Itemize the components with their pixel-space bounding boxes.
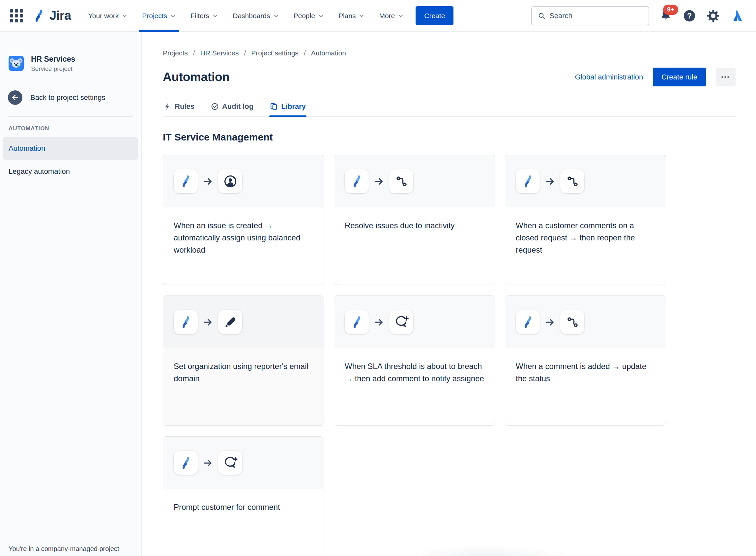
- main-content: Projects / HR Services / Project setting…: [142, 32, 756, 556]
- more-actions-button[interactable]: •••: [716, 68, 735, 86]
- template-card-prompt-customer[interactable]: Prompt customer for comment: [163, 436, 324, 556]
- nav-item-filters[interactable]: Filters: [183, 0, 225, 32]
- template-card-comment-update-status[interactable]: When a comment is added → update the sta…: [505, 296, 666, 426]
- notification-count-badge: 9+: [663, 5, 678, 15]
- help-button[interactable]: [682, 8, 697, 23]
- page-actions: Global administration Create rule •••: [575, 68, 735, 86]
- breadcrumb-project-settings[interactable]: Project settings: [251, 49, 299, 57]
- automation-bolt-icon: [174, 310, 198, 334]
- card-icon-area: [163, 437, 324, 489]
- page-title: Automation: [163, 70, 230, 84]
- library-section-title: IT Service Management: [163, 132, 735, 143]
- breadcrumb-projects[interactable]: Projects: [163, 49, 188, 57]
- arrow-right-icon: [374, 176, 384, 186]
- search-icon: [538, 11, 545, 20]
- automation-tabs: Rules Audit log Library: [163, 102, 735, 117]
- automation-bolt-icon: [516, 310, 540, 334]
- arrow-right-icon: [374, 317, 384, 327]
- card-title: When a comment is added → update the sta…: [516, 360, 655, 384]
- arrow-right-icon: [545, 176, 555, 186]
- arrow-right-icon: [203, 176, 213, 186]
- sidebar-item-automation[interactable]: Automation: [3, 137, 138, 160]
- breadcrumb: Projects / HR Services / Project setting…: [163, 49, 735, 57]
- nav-item-people[interactable]: People: [287, 0, 331, 32]
- card-icon-area: [505, 155, 666, 207]
- breadcrumb-hr-services[interactable]: HR Services: [200, 49, 239, 57]
- lightning-icon: [163, 103, 172, 110]
- gear-icon: [707, 9, 720, 23]
- chevron-down-icon: [273, 13, 279, 19]
- card-icon-area: [163, 296, 324, 348]
- app-switcher-icon[interactable]: [10, 9, 23, 23]
- global-administration-link[interactable]: Global administration: [575, 73, 643, 81]
- notifications-button[interactable]: 9+: [658, 8, 673, 23]
- jira-automation-page: Jira Your work Projects Filters Dashboar…: [0, 0, 756, 556]
- card-title: Resolve issues due to inactivity: [345, 219, 484, 232]
- automation-bolt-icon: [345, 310, 369, 334]
- card-icon-area: [163, 155, 324, 207]
- template-card-reopen-request[interactable]: When a customer comments on a closed req…: [505, 155, 666, 285]
- workflow-transition-icon: [560, 310, 584, 334]
- tab-library[interactable]: Library: [269, 102, 306, 116]
- project-header: HR Services Service project: [0, 32, 141, 73]
- sidebar-section-title: AUTOMATION: [0, 117, 141, 132]
- arrow-right-icon: [545, 317, 555, 327]
- arrow-left-icon: [11, 93, 20, 102]
- create-button[interactable]: Create: [416, 6, 453, 25]
- top-navigation-bar: Jira Your work Projects Filters Dashboar…: [0, 0, 756, 32]
- back-circle: [8, 90, 23, 105]
- workflow-transition-icon: [560, 169, 584, 193]
- card-title: Set organization using reporter's email …: [174, 360, 313, 384]
- automation-bolt-icon: [345, 169, 369, 193]
- add-comment-icon: [389, 310, 413, 334]
- atlassian-home-button[interactable]: [730, 8, 744, 23]
- project-avatar: [8, 56, 24, 71]
- card-title: Prompt customer for comment: [174, 501, 313, 513]
- breadcrumb-automation[interactable]: Automation: [311, 49, 346, 57]
- help-icon: [683, 9, 696, 23]
- card-icon-area: [505, 296, 666, 348]
- chevron-down-icon: [212, 13, 218, 19]
- sidebar-items: Automation Legacy automation: [0, 132, 141, 183]
- project-settings-sidebar: HR Services Service project Back to proj…: [0, 32, 142, 556]
- tab-audit-log[interactable]: Audit log: [210, 102, 254, 116]
- jira-wordmark: Jira: [49, 8, 71, 23]
- assign-user-icon: [218, 169, 242, 193]
- template-card-sla-breach-comment[interactable]: When SLA threshold is about to breach → …: [334, 296, 495, 426]
- sidebar-item-legacy-automation[interactable]: Legacy automation: [3, 160, 138, 183]
- template-card-set-organization[interactable]: Set organization using reporter's email …: [163, 296, 324, 426]
- template-card-resolve-inactivity[interactable]: Resolve issues due to inactivity: [334, 155, 495, 285]
- card-title: When SLA threshold is about to breach → …: [345, 360, 484, 384]
- search-input[interactable]: [550, 11, 643, 20]
- create-rule-button[interactable]: Create rule: [653, 68, 706, 86]
- project-type-footer: You're in a company-managed project: [8, 545, 119, 553]
- nav-item-dashboards[interactable]: Dashboards: [225, 0, 286, 32]
- workflow-transition-icon: [389, 169, 413, 193]
- atlassian-logo-icon: [730, 9, 744, 23]
- tab-rules[interactable]: Rules: [163, 102, 195, 116]
- page-header: Automation Global administration Create …: [163, 68, 735, 86]
- chevron-down-icon: [122, 13, 127, 19]
- nav-item-projects[interactable]: Projects: [135, 0, 183, 32]
- add-comment-icon: [218, 451, 242, 475]
- template-card-assign-balanced-workload[interactable]: When an issue is created → automatically…: [163, 155, 324, 285]
- nav-item-plans[interactable]: Plans: [331, 0, 372, 32]
- back-to-project-settings[interactable]: Back to project settings: [0, 73, 141, 105]
- chevron-down-icon: [318, 13, 324, 19]
- jira-logo[interactable]: Jira: [32, 8, 71, 23]
- nav-item-more[interactable]: More: [372, 0, 411, 32]
- card-icon-area: [334, 296, 495, 348]
- nav-item-your-work[interactable]: Your work: [81, 0, 135, 32]
- automation-bolt-icon: [516, 169, 540, 193]
- project-name: HR Services: [31, 55, 75, 64]
- topbar-right-controls: 9+: [531, 6, 744, 25]
- chevron-down-icon: [170, 13, 176, 19]
- koala-avatar-icon: [8, 56, 24, 71]
- search-field[interactable]: [531, 6, 649, 25]
- settings-button[interactable]: [706, 8, 720, 23]
- card-icon-area: [334, 155, 495, 207]
- jira-mark-icon: [32, 8, 46, 23]
- chevron-down-icon: [398, 13, 404, 19]
- card-title: When an issue is created → automatically…: [174, 219, 313, 256]
- card-title: When a customer comments on a closed req…: [516, 219, 655, 256]
